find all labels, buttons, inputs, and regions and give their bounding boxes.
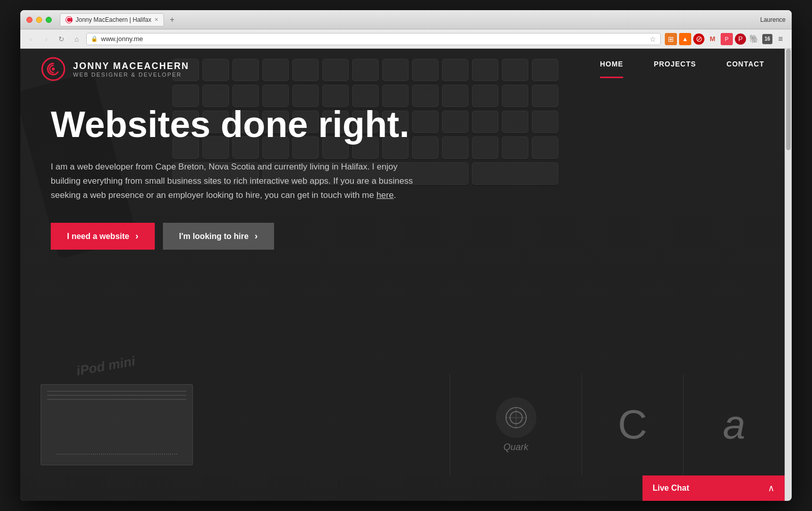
nav-link-contact[interactable]: CONTACT <box>727 60 764 78</box>
menu-icon[interactable]: ≡ <box>774 33 787 45</box>
hero-body: I am a web developer from Cape Breton, N… <box>51 160 416 202</box>
need-website-arrow-icon: › <box>136 231 139 242</box>
lock-icon: 🔒 <box>91 36 98 42</box>
tab-title: Jonny MacEachern | Halifax <box>76 16 151 23</box>
looking-to-hire-label: I'm looking to hire <box>179 232 249 241</box>
notebook-preview <box>41 384 193 465</box>
tab-favicon <box>65 16 73 23</box>
url-bar[interactable]: 🔒 www.jonny.me ☆ <box>86 33 661 45</box>
site-logo: JONNY MACEACHERN WEB DESIGNER & DEVELOPE… <box>41 56 189 82</box>
svg-point-1 <box>52 67 55 71</box>
address-bar: ‹ › ↻ ⌂ 🔒 www.jonny.me ☆ ⊞ ▲ ⊘ M P P 🐘 1… <box>20 29 792 49</box>
hero-buttons: I need a website › I'm looking to hire › <box>51 223 751 250</box>
projects-preview: Quark C a <box>20 374 785 475</box>
logo-subtitle: WEB DESIGNER & DEVELOPER <box>73 72 189 78</box>
project-c-item: C <box>582 374 683 475</box>
quark-label: Quark <box>503 442 528 453</box>
user-name: Laurence <box>760 16 786 23</box>
minimize-button[interactable] <box>36 17 42 23</box>
tab-area: Jonny MacEachern | Halifax ✕ + <box>60 13 760 26</box>
project-quark-item: Quark <box>450 374 582 475</box>
a-label: a <box>723 401 746 448</box>
mac-window: Jonny MacEachern | Halifax ✕ + Laurence … <box>20 10 792 501</box>
looking-to-hire-arrow-icon: › <box>255 231 258 242</box>
need-website-button[interactable]: I need a website › <box>51 223 155 250</box>
hero-content: Websites done right. I am a web develope… <box>51 105 751 250</box>
gmail-icon[interactable]: M <box>706 33 719 45</box>
quark-logo-icon <box>501 402 531 433</box>
evernote-icon[interactable]: 🐘 <box>748 33 760 45</box>
refresh-button[interactable]: ↻ <box>56 33 67 45</box>
live-chat-widget[interactable]: Live Chat ∧ <box>642 475 785 501</box>
need-website-label: I need a website <box>67 232 129 241</box>
site-nav-links: HOME PROJECTS CONTACT <box>600 60 764 78</box>
pocket-icon[interactable]: P <box>721 33 733 45</box>
toolbar-icons: ⊞ ▲ ⊘ M P P 🐘 16 ≡ <box>665 33 787 45</box>
pinterest-icon[interactable]: P <box>735 33 746 45</box>
tab-close-button[interactable]: ✕ <box>154 17 158 22</box>
website-content: iPod mini JONNY MACEACHERN WEB DESIGNER … <box>20 49 792 501</box>
scrollbar-thumb[interactable] <box>786 49 791 150</box>
chart-icon[interactable]: ▲ <box>679 33 691 45</box>
c-label: C <box>618 401 648 448</box>
forward-button[interactable]: › <box>41 33 52 45</box>
url-text: www.jonny.me <box>101 35 647 43</box>
project-a-item: a <box>683 374 785 475</box>
close-button[interactable] <box>26 17 32 23</box>
browser-tab[interactable]: Jonny MacEachern | Halifax ✕ <box>60 13 164 26</box>
hero-headline: Websites done right. <box>51 105 751 145</box>
bookmark-star-icon[interactable]: ☆ <box>650 35 656 43</box>
live-chat-chevron-icon: ∧ <box>768 483 774 494</box>
nav-link-projects[interactable]: PROJECTS <box>654 60 696 78</box>
logo-icon <box>41 56 66 82</box>
project-paper-item <box>20 374 450 475</box>
logo-name: JONNY MACEACHERN <box>73 61 189 72</box>
back-button[interactable]: ‹ <box>25 33 37 45</box>
new-tab-button[interactable]: + <box>166 14 178 26</box>
quark-logo-circle <box>496 397 536 438</box>
live-chat-label: Live Chat <box>653 484 768 493</box>
layers-icon[interactable]: ⊞ <box>665 33 677 45</box>
site-nav: JONNY MACEACHERN WEB DESIGNER & DEVELOPE… <box>20 49 785 89</box>
logo-text: JONNY MACEACHERN WEB DESIGNER & DEVELOPE… <box>73 61 189 78</box>
number-badge-icon[interactable]: 16 <box>762 34 772 44</box>
home-button[interactable]: ⌂ <box>71 33 82 45</box>
fullscreen-button[interactable] <box>46 17 52 23</box>
traffic-lights <box>26 17 52 23</box>
block-icon[interactable]: ⊘ <box>693 33 704 45</box>
scrollbar[interactable] <box>785 49 792 501</box>
title-bar: Jonny MacEachern | Halifax ✕ + Laurence <box>20 10 792 29</box>
hero-link[interactable]: here <box>377 190 394 200</box>
nav-link-home[interactable]: HOME <box>600 60 623 78</box>
looking-to-hire-button[interactable]: I'm looking to hire › <box>163 223 274 250</box>
